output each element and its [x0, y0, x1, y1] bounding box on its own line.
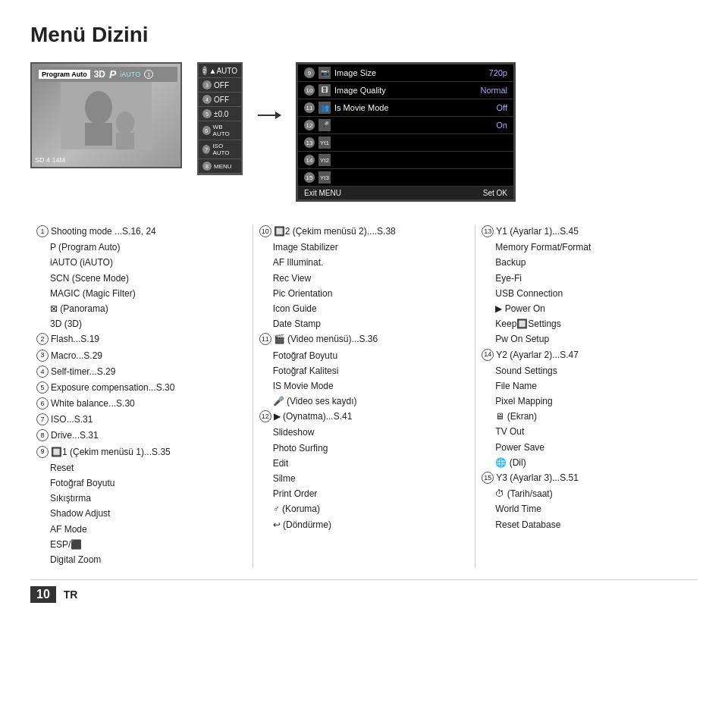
menu-row-11: 11 👥 Is Movie Mode Off — [298, 99, 513, 117]
item-1-sub: P (Program Auto) iAUTO (iAUTO) SCN (Scen… — [36, 240, 246, 331]
exit-label: Exit MENU — [304, 189, 341, 197]
svg-point-1 — [85, 91, 112, 124]
menu-row-9: 9 📷 Image Size 720p — [298, 64, 513, 82]
item-13-sub: Memory Format/Format Backup Eye-Fi USB C… — [482, 240, 692, 347]
menu-item-8: 8 MENU — [199, 159, 241, 174]
svg-point-3 — [116, 111, 134, 134]
item-1: 1 Shooting mode ...S.16, 24 — [36, 224, 246, 239]
p-mode-label: P — [109, 68, 116, 80]
item-14-sub: Sound Settings File Name Pixel Mapping 🖥… — [482, 364, 692, 470]
menu-row-12: 12 🎤 On — [298, 117, 513, 134]
menu-row-15: 15 Yt3 — [298, 169, 513, 187]
page-footer: 10 TR — [30, 579, 698, 603]
menu-row-14: 14 Yt2 — [298, 152, 513, 169]
menu-table: 9 📷 Image Size 720p 10 🎞 Image Quality N… — [296, 62, 516, 202]
item-12-sub: Slideshow Photo Surfing Edit Silme Print… — [259, 425, 469, 532]
camera-bottom-bar: SD 4 14M — [35, 156, 177, 164]
item-10: 10 🔲2 (Çekim menüsü 2)....S.38 — [259, 224, 469, 239]
menu-item-3: 3 OFF — [199, 78, 241, 93]
menu-row-10: 10 🎞 Image Quality Normal — [298, 82, 513, 99]
menu-table-footer: Exit MENU Set OK — [298, 187, 513, 199]
menu-item-6: 6 WB AUTO — [199, 121, 241, 140]
page-title: Menü Dizini — [30, 23, 698, 47]
menu-item-4: 4 OFF — [199, 93, 241, 107]
item-6: 6 White balance...S.30 — [36, 397, 246, 411]
connector — [258, 62, 281, 168]
item-15: 15 Y3 (Ayarlar 3)...S.51 — [482, 471, 692, 485]
col1: 1 Shooting mode ...S.16, 24 P (Program A… — [30, 224, 253, 568]
item-13: 13 Y1 (Ayarlar 1)...S.45 — [482, 224, 692, 239]
iauto-label: iAUTO — [120, 71, 140, 78]
item-2: 2 Flash...S.19 — [36, 332, 246, 347]
item-8: 8 Drive...S.31 — [36, 428, 246, 443]
menu-item-7: 7 ISO AUTO — [199, 140, 241, 159]
item-10-sub: Image Stabilizer AF Illuminat. Rec View … — [259, 240, 469, 331]
main-content: 1 Shooting mode ...S.16, 24 P (Program A… — [30, 224, 698, 568]
language-label: TR — [64, 588, 78, 601]
num1-badge: 1 — [144, 70, 153, 79]
item-14: 14 Y2 (Ayarlar 2)...S.47 — [482, 348, 692, 362]
item-4: 4 Self-timer...S.29 — [36, 365, 246, 379]
item-12: 12 ▶ (Oynatma)...S.41 — [259, 410, 469, 424]
menu-item-2: 2 ▲AUTO — [199, 64, 241, 78]
set-label: Set OK — [483, 189, 507, 197]
item-9-sub: Reset Fotoğraf Boyutu Sıkıştırma Shadow … — [36, 461, 246, 567]
3d-label: 3D — [94, 69, 105, 80]
item-7: 7 ISO...S.31 — [36, 413, 246, 427]
menu-panel: 2 ▲AUTO 3 OFF 4 OFF 5 ±0.0 6 WB AUTO 7 I… — [197, 62, 243, 175]
svg-rect-2 — [85, 123, 112, 146]
storage-label: SD 4 14M — [35, 156, 65, 164]
camera-screen: Program Auto 3D P iAUTO 1 — [30, 62, 182, 168]
col2: 10 🔲2 (Çekim menüsü 2)....S.38 Image Sta… — [253, 224, 476, 568]
item-15-sub: ⏱ (Tarih/saat) World Time Reset Database — [482, 487, 692, 532]
item-3: 3 Macro...S.29 — [36, 349, 246, 363]
col3: 13 Y1 (Ayarlar 1)...S.45 Memory Format/F… — [475, 224, 698, 568]
item-9: 9 🔲1 (Çekim menüsü 1)...S.35 — [36, 445, 246, 460]
power-save-item: Power Save — [495, 441, 692, 455]
menu-item-5: 5 ±0.0 — [199, 107, 241, 121]
prog-auto-label: Program Auto — [39, 70, 90, 79]
item-11-sub: Fotoğraf Boyutu Fotoğraf Kalitesi IS Mov… — [259, 349, 469, 410]
menu-row-13: 13 Yt1 — [298, 134, 513, 152]
camera-diagram: Program Auto 3D P iAUTO 1 — [30, 62, 698, 202]
svg-rect-4 — [116, 133, 134, 149]
item-5: 5 Exposure compensation...S.30 — [36, 381, 246, 395]
camera-photo-svg — [61, 81, 152, 149]
item-11: 11 🎬 (Video menüsü)...S.36 — [259, 332, 469, 347]
page-number: 10 — [30, 586, 56, 603]
